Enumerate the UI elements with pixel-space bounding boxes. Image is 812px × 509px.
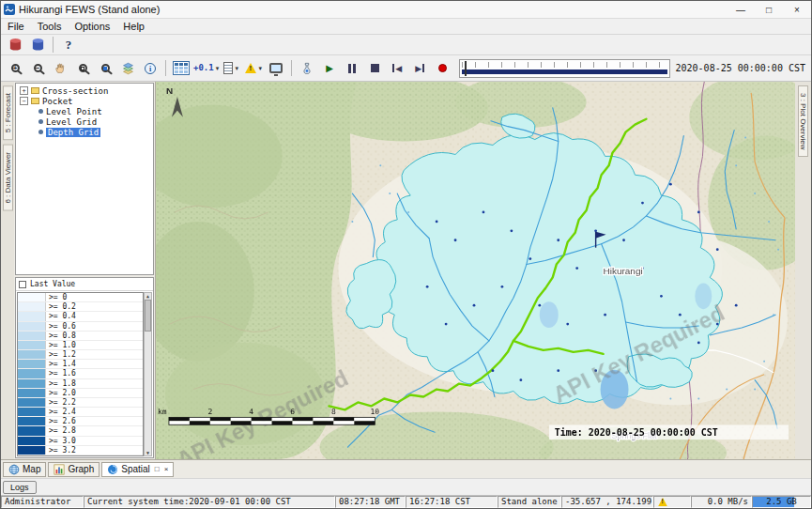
zoom-box-icon [79, 64, 87, 72]
detach-tab-icon[interactable]: □ [155, 465, 160, 473]
north-label: N [166, 85, 173, 96]
legend-swatch [18, 360, 46, 368]
menu-help[interactable]: Help [116, 20, 151, 33]
tab-spatial[interactable]: Spatial □ × [101, 462, 174, 477]
zoom-box-button[interactable] [72, 59, 93, 78]
stop-button[interactable] [364, 59, 385, 78]
legend-row[interactable]: >= 1.8 [18, 379, 143, 389]
sampler-tool-button[interactable] [297, 59, 317, 78]
legend-row[interactable]: >= 2.6 [18, 417, 143, 426]
tab-data-viewer[interactable]: 6 : Data Viewer [3, 145, 13, 211]
step-back-button[interactable]: ◀ [387, 59, 407, 78]
play-button[interactable]: ▶ [319, 59, 340, 78]
legend-row[interactable]: >= 0.6 [18, 322, 143, 332]
legend-row[interactable]: >= 0 [18, 293, 143, 302]
menu-file[interactable]: File [1, 20, 31, 33]
tab-forecast[interactable]: 5 : Forecast [3, 85, 13, 140]
legend-label: >= 2.4 [46, 408, 79, 416]
database-blue-icon [31, 38, 45, 52]
legend-scrollbar[interactable]: ▲ ▼ [144, 292, 152, 456]
zoom-in-button[interactable]: + [5, 59, 25, 78]
menu-options[interactable]: Options [68, 20, 116, 33]
pan-button[interactable] [50, 59, 70, 78]
right-tab-strip: 3 : Plot Overview [795, 82, 811, 459]
pause-icon [348, 64, 356, 73]
tab-map[interactable]: Map [3, 462, 46, 477]
adjust-value-button[interactable]: +0.1 ▾ [193, 59, 219, 78]
profile-document-button[interactable]: ▾ [221, 59, 241, 78]
memory-usage-label: 2.5 GB [753, 498, 810, 506]
legend-swatch [18, 322, 46, 331]
legend-row[interactable]: >= 0.2 [18, 302, 143, 312]
scrollbar-thumb[interactable] [145, 300, 151, 332]
legend-swatch [18, 446, 46, 455]
map-viewport[interactable]: API Key Required API Key Required Hikura… [156, 82, 795, 459]
layers-button[interactable] [117, 59, 138, 78]
info-icon: i [145, 63, 156, 74]
legend-row[interactable]: >= 2.0 [18, 389, 143, 398]
legend-swatch [18, 293, 46, 301]
legend-row[interactable]: >= 3.2 [18, 446, 143, 455]
legend-row[interactable]: >= 3.0 [18, 437, 143, 446]
zoom-extent-icon [101, 64, 110, 72]
legend-row[interactable]: >= 1.6 [18, 369, 143, 378]
tree-item-cross-section[interactable]: + Cross-section [16, 85, 153, 96]
legend-row[interactable]: >= 2.8 [18, 426, 143, 436]
pause-button[interactable] [342, 59, 362, 78]
scale-unit-label: km [158, 408, 167, 416]
zoom-extent-button[interactable] [95, 59, 115, 78]
time-label-text: Time: 2020-08-25 00:00:00 CST [555, 427, 718, 438]
maximize-button[interactable]: □ [755, 1, 783, 18]
legend-row[interactable]: >= 1.0 [18, 341, 143, 350]
left-tab-strip: 5 : Forecast 6 : Data Viewer [1, 82, 14, 459]
database-import-button[interactable] [5, 36, 25, 54]
scroll-down-icon[interactable]: ▼ [146, 450, 149, 455]
minimize-button[interactable]: — [727, 1, 755, 18]
menu-tools[interactable]: Tools [31, 20, 69, 33]
expand-icon[interactable]: + [20, 86, 28, 95]
map-canvas[interactable]: API Key Required API Key Required Hikura… [156, 82, 795, 459]
status-warnings[interactable] [653, 496, 691, 508]
tab-graph[interactable]: Graph [48, 462, 100, 477]
step-forward-button[interactable]: ▶ [409, 59, 430, 78]
tab-spatial-label: Spatial [121, 464, 150, 474]
tab-plot-overview[interactable]: 3 : Plot Overview [798, 85, 808, 157]
close-tab-icon[interactable]: × [164, 465, 169, 473]
legend-row[interactable]: >= 2.4 [18, 408, 143, 417]
zoom-out-button[interactable]: − [27, 59, 48, 78]
time-slider-cursor[interactable] [465, 61, 467, 76]
logs-button[interactable]: Logs [3, 481, 37, 494]
info-button[interactable]: i [140, 59, 161, 78]
help-button[interactable]: ? [58, 36, 79, 54]
thresholds-button[interactable]: ▾ [243, 59, 264, 78]
chevron-down-icon: ▾ [258, 65, 262, 72]
grid-display-button[interactable] [171, 59, 192, 78]
warning-icon [658, 498, 667, 506]
legend-row[interactable]: >= 0.8 [18, 332, 143, 341]
collapse-icon[interactable]: − [20, 97, 28, 105]
close-button[interactable]: × [783, 1, 811, 18]
record-button[interactable] [432, 59, 452, 78]
tab-map-label: Map [23, 464, 40, 474]
tree-item-depth-grid[interactable]: Depth Grid [16, 127, 153, 137]
app-window: Hikurangi FEWS (Stand alone) — □ × File … [0, 0, 812, 509]
status-mode: Stand alone [498, 496, 561, 508]
view-tab-bar: Map Graph Spatial □ × [1, 459, 811, 478]
legend-row[interactable]: >= 1.4 [18, 360, 143, 369]
legend-label: >= 3.0 [46, 437, 79, 445]
tree-item-level-grid[interactable]: Level Grid [16, 116, 153, 127]
step-forward-icon: ▶ [415, 64, 424, 73]
tree-item-level-point[interactable]: Level Point [16, 106, 153, 116]
time-slider[interactable] [459, 59, 669, 78]
tree-item-pocket[interactable]: − Pocket [16, 96, 153, 106]
legend-row[interactable]: >= 0.4 [18, 312, 143, 321]
layer-dot-icon [38, 109, 43, 114]
database-export-button[interactable] [27, 36, 48, 54]
tree-item-label: Cross-section [42, 86, 108, 96]
legend-row[interactable]: >= 1.2 [18, 350, 143, 360]
scroll-up-icon[interactable]: ▲ [146, 293, 149, 299]
legend-row[interactable]: >= 2.2 [18, 398, 143, 408]
legend-label: >= 2.6 [46, 417, 79, 425]
last-value-checkbox[interactable] [19, 281, 26, 288]
animation-display-button[interactable] [266, 59, 286, 78]
